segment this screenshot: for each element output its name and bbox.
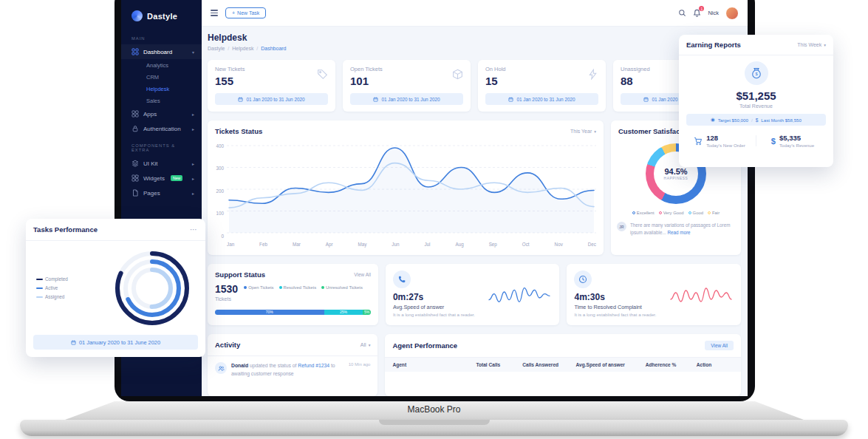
legend-dot [688, 211, 691, 214]
tickets-total-label: Tickets [215, 296, 238, 302]
tickets-line-chart [227, 143, 596, 235]
chevron-right-icon: ▸ [192, 112, 194, 117]
page-title: Helpdesk [208, 33, 741, 43]
last-month-label: Last Month $58,550 [761, 118, 802, 123]
search-icon[interactable] [678, 9, 686, 17]
activity-item[interactable]: Donald updated the status of Refund #123… [208, 356, 377, 383]
chevron-right-icon: ▸ [192, 161, 194, 166]
resolve-time-label: Time to Resolved Complaint [574, 304, 664, 310]
legend-item: Open Tickets [244, 285, 273, 290]
chevron-down-icon: ▾ [594, 129, 596, 134]
stat-value: 88 [621, 75, 650, 87]
resolve-time-sparkline [669, 284, 734, 306]
sidebar-item-label: Apps [143, 111, 157, 118]
legend-dot [244, 286, 247, 289]
sidebar-subitem-crm[interactable]: CRM [121, 71, 202, 83]
app-logo[interactable]: Dastyle [121, 7, 202, 29]
new-task-button[interactable]: + New Task [225, 7, 266, 18]
sidebar-item-authentication[interactable]: Authentication ▸ [121, 121, 202, 136]
legend-item: Good [688, 211, 703, 215]
todays-revenue-stat: $ $5,335 Today's Revenue [759, 134, 826, 148]
date-range-button[interactable]: 01 Jan 2020 to 31 Jun 2020 [350, 93, 463, 105]
card-title: Agent Performance [392, 341, 457, 350]
happiness-value: 94.5% [664, 167, 687, 176]
agent-table-header: AgentTotal CallsCalls AnsweredAvg.Speed … [385, 358, 741, 372]
sidebar-item-dashboard[interactable]: Dashboard ▾ [121, 44, 202, 59]
stage: Dastyle MAIN Dashboard ▾ Analytics CRM H… [0, 0, 868, 439]
column-header: Adherence % [646, 362, 697, 367]
sidebar-item-pages[interactable]: Pages ▸ [121, 186, 202, 200]
legend-dash [36, 287, 43, 289]
column-header: Calls Answered [522, 362, 575, 367]
bottom-row: Activity All ▾ Donald [208, 334, 741, 396]
sidebar-item-ui-kit[interactable]: UI Kit ▸ [121, 156, 202, 171]
agent-performance-card: Agent Performance View All AgentTotal Ca… [385, 334, 741, 396]
svg-text:$: $ [755, 72, 758, 76]
tickets-chart: 4003002001000 JanFebMarAprMayJunJulAugSe… [208, 142, 604, 255]
activity-text: updated the status of [250, 363, 297, 368]
sidebar-subitem-analytics[interactable]: Analytics [121, 59, 202, 71]
legend-item: Very Good [659, 211, 684, 215]
user-name: Nick [708, 10, 719, 16]
read-more-link[interactable]: Read more [667, 230, 690, 235]
range-label: This Week [797, 42, 821, 47]
chevron-right-icon: ▸ [192, 191, 194, 196]
more-options-icon[interactable]: ⋯ [190, 228, 198, 231]
view-all-link[interactable]: View All [354, 272, 371, 277]
sidebar-item-label: Dashboard [143, 49, 172, 55]
breadcrumb-separator: / [228, 46, 229, 51]
x-axis-tick: Apr [326, 242, 333, 249]
activity-link[interactable]: Refund #1234 [298, 363, 329, 368]
clock-icon [574, 270, 592, 288]
sidebar-item-label: Widgets [143, 175, 165, 182]
legend-dot [321, 286, 324, 289]
sidebar-item-widgets[interactable]: Widgets New ▸ [121, 171, 202, 186]
avg-speed-value: 0m:27s [393, 292, 483, 302]
earning-range-select[interactable]: This Week ▾ [797, 42, 826, 47]
nav-section-main: MAIN [121, 29, 202, 44]
user-avatar[interactable] [725, 7, 739, 20]
widgets-icon [131, 174, 139, 182]
tickets-range-select[interactable]: This Year ▾ [570, 129, 596, 134]
date-range-button[interactable]: 01 Jan 2020 to 31 Jun 2020 [485, 93, 598, 105]
topbar-right: 1 Nick [678, 7, 739, 20]
breadcrumb: Dastyle / Helpdesk / Dashboard [208, 46, 741, 51]
tasks-performance-card: Tasks Performance ⋯ CompletedActiveAssig… [26, 219, 205, 357]
happiness-label: HAPPINESS [664, 177, 688, 180]
legend-item: Fair [708, 211, 720, 215]
activity-card: Activity All ▾ Donald [208, 334, 377, 396]
support-progress-bar: 70%25%5% [215, 310, 371, 315]
date-range-button[interactable]: 01 Jan 2020 to 31 Jun 2020 [215, 93, 328, 105]
tasks-date-range-button[interactable]: 01 January 2020 to 31 June 2020 [33, 335, 198, 350]
avg-speed-card: 0m:27s Avg.Speed of answer It is a long … [386, 264, 560, 326]
calendar-icon [238, 97, 243, 102]
progress-segment: 25% [324, 310, 363, 315]
column-header: Agent [392, 362, 476, 367]
legend-dot [279, 286, 282, 289]
app-screen: Dastyle MAIN Dashboard ▾ Analytics CRM H… [121, 0, 748, 396]
progress-segment: 5% [363, 310, 371, 315]
breadcrumb-helpdesk[interactable]: Helpdesk [232, 46, 253, 51]
target-label: Target $50,000 [718, 118, 748, 123]
notifications-bell-icon[interactable]: 1 [693, 9, 701, 17]
activity-filter-select[interactable]: All ▾ [360, 342, 371, 347]
legend-dot [659, 211, 662, 214]
menu-icon[interactable] [211, 10, 218, 16]
apps-icon [131, 110, 139, 118]
earning-targets: ◉ Target $50,000 / $ Last Month $58,550 [686, 114, 826, 126]
notification-badge: 1 [699, 6, 704, 11]
avg-speed-caption: It is a long established fact that a rea… [393, 312, 483, 319]
sidebar-subitem-helpdesk[interactable]: Helpdesk [121, 83, 202, 95]
chevron-down-icon: ▾ [192, 50, 194, 55]
revenue-label: Today's Revenue [779, 143, 814, 148]
breadcrumb-root[interactable]: Dastyle [208, 46, 225, 51]
view-all-button[interactable]: View All [705, 341, 734, 350]
activity-timestamp: 10 Min ago [344, 362, 371, 377]
x-axis-tick: Aug [455, 242, 463, 249]
legend-item: Completed [36, 276, 68, 282]
sidebar-item-apps[interactable]: Apps ▸ [121, 106, 202, 121]
sidebar-subitem-sales[interactable]: Sales [121, 95, 202, 106]
lightning-icon [587, 69, 598, 80]
y-axis-tick: 400 [216, 143, 224, 149]
range-label: This Year [570, 129, 592, 134]
